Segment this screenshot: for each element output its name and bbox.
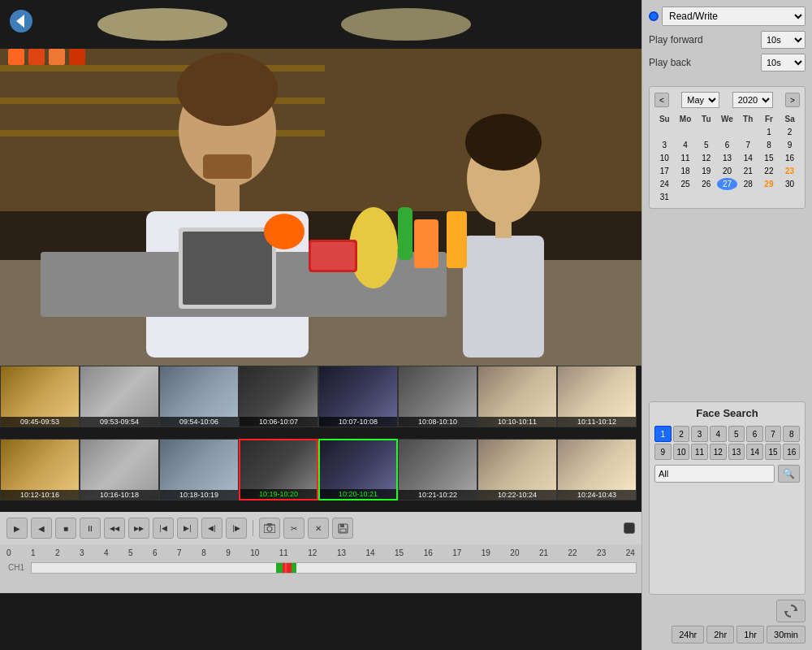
time-view-2hr[interactable]: 2hr [706,626,734,644]
cal-day-21[interactable]: 21 [738,165,758,177]
face-num-9[interactable]: 9 [654,444,672,460]
svg-rect-24 [183,232,272,305]
tl-num-9: 9 [226,548,231,557]
thumbnail-r8[interactable]: 10:24-10:43 [557,439,637,500]
cal-day-11[interactable]: 11 [676,152,696,164]
thumbnail-1[interactable]: 09:45-09:53 [0,366,80,427]
thumbnail-r3[interactable]: 10:18-10:19 [159,439,239,500]
thumbnail-5[interactable]: 10:07-10:08 [318,366,398,427]
face-num-4[interactable]: 4 [710,426,727,442]
play-forward-select[interactable]: 10s [761,31,806,49]
thumb-label-2: 09:53-09:54 [80,417,158,427]
face-num-10[interactable]: 10 [673,444,690,460]
snapshot-button[interactable] [259,518,280,539]
cal-day-30[interactable]: 30 [780,178,800,190]
stop-button[interactable]: ■ [55,518,76,539]
face-num-11[interactable]: 11 [691,444,708,460]
play-back-select[interactable]: 10s [761,54,806,72]
clip-button[interactable]: ✂ [283,518,304,539]
thumbnail-4[interactable]: 10:06-10:07 [239,366,318,427]
thumbnail-r7[interactable]: 10:22-10:24 [477,439,557,500]
rwd-button[interactable]: ◀◀ [104,518,125,539]
prev-seg-button[interactable]: ◀| [201,518,222,539]
face-num-15[interactable]: 15 [765,444,782,460]
cal-day-16[interactable]: 16 [780,152,800,164]
tl-num-2: 2 [55,548,60,557]
cal-month-select[interactable]: May [681,92,719,108]
play-button[interactable]: ▶ [6,518,28,539]
cal-day-9[interactable]: 9 [780,139,800,151]
cal-day-4[interactable]: 4 [676,139,696,151]
cal-day-5[interactable]: 5 [696,139,716,151]
face-num-8[interactable]: 8 [783,426,800,442]
face-all-input[interactable] [654,465,775,483]
cal-day-31[interactable]: 31 [654,191,675,203]
face-num-1[interactable]: 1 [654,426,672,442]
back-button[interactable] [8,8,34,34]
cal-day-28[interactable]: 28 [738,178,758,190]
cal-day-15[interactable]: 15 [759,152,780,164]
pause-button[interactable]: ⏸ [80,518,101,539]
cal-next-button[interactable]: > [785,93,800,107]
cal-header-fr: Fr [759,113,780,125]
cal-day-23[interactable]: 23 [780,165,800,177]
skip-start-button[interactable]: |◀ [153,518,174,539]
thumbnail-r6[interactable]: 10:21-10:22 [398,439,477,500]
time-view-1hr[interactable]: 1hr [736,626,764,644]
thumbnail-r1[interactable]: 10:12-10:16 [0,439,80,500]
prev-button[interactable]: ◀ [31,518,52,539]
thumbnail-6[interactable]: 10:08-10:10 [398,366,477,427]
thumbnail-2[interactable]: 09:53-09:54 [80,366,159,427]
thumbnail-r2[interactable]: 10:16-10:18 [80,439,159,500]
cal-day-18[interactable]: 18 [676,165,696,177]
thumbnail-r4[interactable]: 10:19-10:20 [239,439,318,500]
delete-button[interactable]: ✕ [308,518,329,539]
fwd-button[interactable]: ▶▶ [128,518,149,539]
cal-day-26[interactable]: 26 [696,178,716,190]
cal-day-1[interactable]: 1 [759,126,780,138]
save-button[interactable] [332,518,353,539]
thumbnail-8[interactable]: 10:11-10:12 [557,366,637,427]
thumbnail-7[interactable]: 10:10-10:11 [477,366,557,427]
thumbnail-3[interactable]: 09:54-10:06 [159,366,239,427]
cal-day-10[interactable]: 10 [654,152,675,164]
cal-day-6[interactable]: 6 [717,139,737,151]
cal-day-25[interactable]: 25 [676,178,696,190]
thumbnail-r5[interactable]: 10:20-10:21 [318,439,398,500]
face-num-2[interactable]: 2 [673,426,690,442]
cal-day-17[interactable]: 17 [654,165,675,177]
cal-day-13[interactable]: 13 [717,152,737,164]
timeline-track[interactable] [31,562,637,574]
cal-day-12[interactable]: 12 [696,152,716,164]
cal-day-8[interactable]: 8 [759,139,780,151]
next-seg-button[interactable]: |▶ [226,518,247,539]
cal-day-29[interactable]: 29 [759,178,780,190]
time-view-30min[interactable]: 30min [767,626,806,644]
face-num-13[interactable]: 13 [728,444,745,460]
cal-day-2[interactable]: 2 [780,126,800,138]
cal-day-14[interactable]: 14 [738,152,758,164]
rw-radio[interactable] [649,11,659,21]
face-num-6[interactable]: 6 [746,426,763,442]
cal-prev-button[interactable]: < [654,93,669,107]
cal-day-22[interactable]: 22 [759,165,780,177]
cal-day-19[interactable]: 19 [696,165,716,177]
face-num-5[interactable]: 5 [728,426,745,442]
face-num-7[interactable]: 7 [765,426,782,442]
cal-day-24[interactable]: 24 [654,178,675,190]
cal-day-27[interactable]: 27 [717,178,737,190]
face-search-button[interactable]: 🔍 [778,465,800,483]
rw-dropdown[interactable]: Read/Write [662,6,806,26]
skip-end-button[interactable]: ▶| [177,518,198,539]
cal-day-3[interactable]: 3 [654,139,675,151]
refresh-button[interactable] [776,600,806,622]
cal-year-select[interactable]: 2020 [732,92,773,108]
face-num-3[interactable]: 3 [691,426,708,442]
time-view-24hr[interactable]: 24hr [672,626,704,644]
cal-day-7[interactable]: 7 [738,139,758,151]
cal-day-20[interactable]: 20 [717,165,737,177]
face-num-16[interactable]: 16 [783,444,800,460]
face-num-14[interactable]: 14 [746,444,763,460]
cal-header-su: Su [654,113,675,125]
face-num-12[interactable]: 12 [710,444,727,460]
